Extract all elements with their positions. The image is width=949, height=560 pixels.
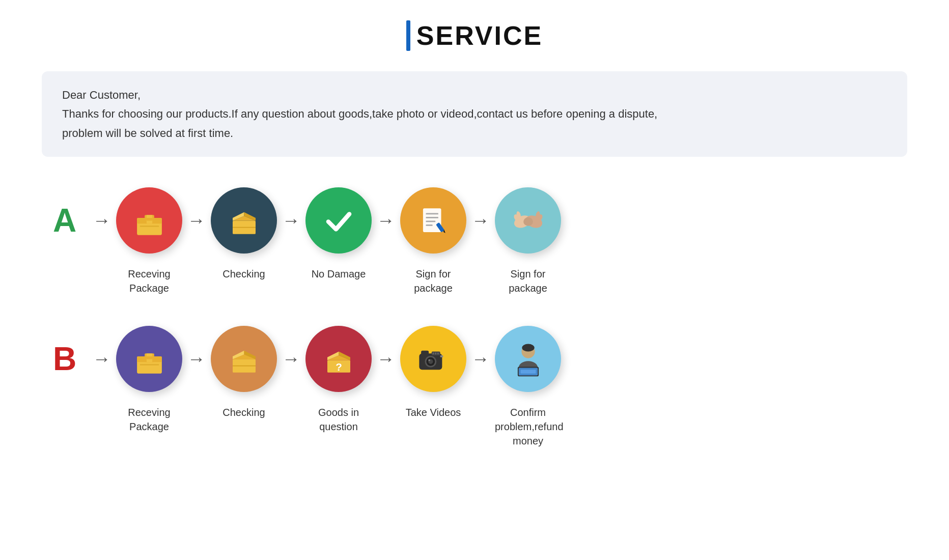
letter-b: B bbox=[42, 340, 88, 378]
svg-rect-46 bbox=[421, 350, 429, 355]
step-a5-icon bbox=[495, 187, 561, 254]
arrow-a3: → bbox=[282, 210, 300, 231]
flow-row-a-icons: A → → bbox=[42, 187, 907, 254]
arrow-a1: → bbox=[93, 210, 111, 231]
arrow-b2: → bbox=[187, 348, 206, 370]
letter-a: A bbox=[42, 202, 88, 239]
arrow-a2: → bbox=[187, 210, 206, 231]
label-b3: Goods in question bbox=[305, 405, 372, 434]
svg-rect-15 bbox=[426, 225, 432, 226]
info-line3: problem will be solved at first time. bbox=[62, 124, 887, 143]
flow-section-b: B → → → bbox=[42, 326, 907, 448]
step-b4-icon bbox=[400, 326, 466, 392]
label-b2: Checking bbox=[211, 405, 277, 419]
svg-rect-12 bbox=[426, 213, 438, 214]
svg-text:?: ? bbox=[336, 361, 342, 373]
arrow-a4: → bbox=[377, 210, 395, 231]
svg-rect-30 bbox=[139, 364, 159, 366]
arrow-a5: → bbox=[471, 210, 490, 231]
svg-rect-49 bbox=[435, 352, 436, 354]
step-a4-icon bbox=[400, 187, 466, 254]
arrow-b1: → bbox=[93, 348, 111, 370]
step-b2-icon bbox=[211, 326, 277, 392]
labels-row-b: Receving Package Checking Goods in quest… bbox=[42, 400, 907, 448]
label-a4: Sign for package bbox=[400, 267, 466, 295]
arrow-b3: → bbox=[282, 348, 300, 370]
label-b4: Take Videos bbox=[400, 405, 466, 419]
label-a3: No Damage bbox=[305, 267, 372, 281]
svg-point-45 bbox=[428, 359, 430, 361]
title-text: SERVICE bbox=[416, 20, 543, 51]
label-a2: Checking bbox=[211, 267, 277, 281]
svg-rect-11 bbox=[423, 208, 441, 232]
label-b5: Confirm problem,refund money bbox=[495, 405, 561, 448]
info-line2: Thanks for choosing our products.If any … bbox=[62, 104, 887, 123]
svg-rect-51 bbox=[440, 355, 443, 357]
arrow-b5: → bbox=[471, 348, 490, 370]
arrow-b4: → bbox=[377, 348, 395, 370]
page-title: SERVICE bbox=[406, 20, 543, 51]
title-accent-bar bbox=[406, 20, 410, 51]
svg-rect-4 bbox=[146, 218, 152, 221]
label-a1: Receving Package bbox=[116, 267, 182, 295]
info-line1: Dear Customer, bbox=[62, 86, 887, 104]
step-a3-icon bbox=[305, 187, 372, 254]
svg-rect-57 bbox=[520, 370, 536, 374]
step-a1-icon bbox=[116, 187, 182, 254]
labels-row-a: Receving Package Checking No Damage Sign… bbox=[42, 262, 907, 295]
svg-rect-14 bbox=[426, 220, 435, 222]
label-b1: Receving Package bbox=[116, 405, 182, 434]
svg-point-53 bbox=[522, 344, 534, 351]
step-b3-icon: ? bbox=[305, 326, 372, 392]
step-b5-icon bbox=[495, 326, 561, 392]
label-a5: Sign for package bbox=[495, 267, 561, 295]
svg-rect-29 bbox=[146, 356, 152, 359]
flow-section-a: A → → bbox=[42, 187, 907, 295]
svg-rect-50 bbox=[437, 352, 439, 354]
svg-rect-13 bbox=[426, 217, 438, 218]
step-b1-icon bbox=[116, 326, 182, 392]
svg-rect-5 bbox=[139, 226, 159, 227]
step-a2-icon bbox=[211, 187, 277, 254]
svg-rect-48 bbox=[432, 352, 434, 354]
svg-point-20 bbox=[523, 217, 533, 226]
info-box: Dear Customer, Thanks for choosing our p… bbox=[42, 71, 907, 157]
flow-row-b-icons: B → → → bbox=[42, 326, 907, 392]
